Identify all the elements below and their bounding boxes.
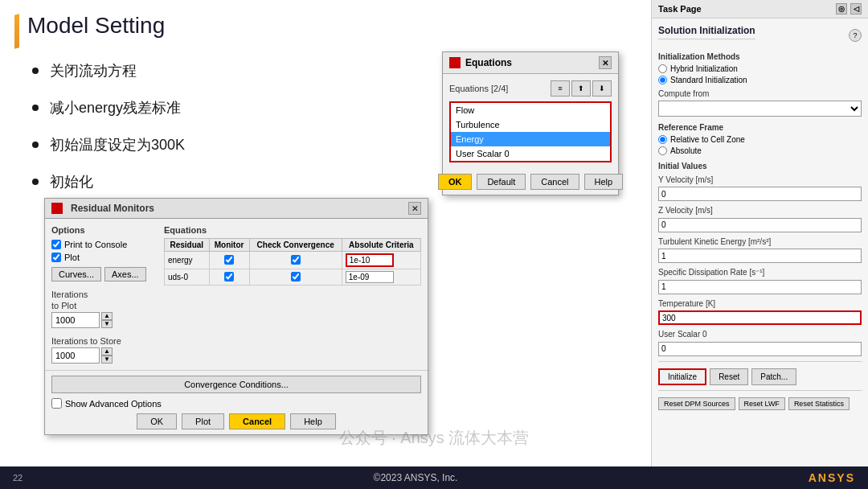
- absolute-radio[interactable]: [658, 146, 667, 155]
- iterations-to-store-input[interactable]: [51, 347, 100, 364]
- iterations-to-store-label: Iterations to Store: [51, 336, 156, 346]
- eq-toolbar-btn-1[interactable]: ≡: [551, 80, 570, 97]
- col-criteria: Absolute Criteria: [342, 239, 420, 252]
- iter-store-down[interactable]: ▼: [101, 355, 113, 364]
- residual-dialog-titlebar: Residual Monitors ✕: [45, 199, 428, 219]
- residual-plot-button[interactable]: Plot: [182, 413, 224, 429]
- task-divider: [658, 361, 862, 362]
- energy-monitor-checkbox[interactable]: [224, 255, 234, 265]
- plot-label: Plot: [64, 253, 80, 262]
- residual-dialog-icon: [51, 203, 63, 214]
- print-to-console-checkbox[interactable]: [51, 240, 61, 249]
- axes-button[interactable]: Axes...: [104, 267, 146, 281]
- bullet-text-2: 减小energy残差标准: [50, 98, 181, 117]
- bullet-2: 减小energy残差标准: [32, 98, 185, 117]
- iterations-to-plot-input[interactable]: [51, 312, 100, 328]
- bullet-4: 初始化: [32, 172, 185, 191]
- user-scalar-label: User Scalar 0: [658, 330, 862, 339]
- tke-input[interactable]: [658, 249, 862, 263]
- iter-to-plot-row: ▲ ▼: [51, 312, 156, 328]
- iter-plot-down[interactable]: ▼: [101, 320, 113, 328]
- standard-radio[interactable]: [658, 76, 667, 84]
- iter-store-up[interactable]: ▲: [101, 347, 113, 355]
- iter-plot-up[interactable]: ▲: [101, 312, 113, 320]
- eq-list-item-user-scalar[interactable]: User Scalar 0: [451, 146, 610, 161]
- residual-dialog-title: Residual Monitors: [71, 203, 154, 214]
- user-scalar-input[interactable]: [658, 342, 862, 356]
- task-page-controls: ◎ ◁: [836, 3, 862, 14]
- reset-statistics-button[interactable]: Reset Statistics: [788, 397, 850, 410]
- compute-from-select[interactable]: [658, 101, 862, 117]
- eq-toolbar-btn-2[interactable]: ⬆: [571, 80, 591, 97]
- iter-to-plot-spinner: ▲ ▼: [101, 312, 113, 328]
- eq-list-item-turbulence[interactable]: Turbulence: [451, 117, 610, 132]
- init-methods-label: Initialization Methods: [658, 52, 862, 61]
- reset-lwf-button[interactable]: Reset LWF: [739, 397, 785, 410]
- z-velocity-label: Z Velocity [m/s]: [658, 206, 862, 215]
- z-velocity-input[interactable]: [658, 218, 862, 232]
- task-page-title: Task Page: [658, 4, 702, 14]
- convergence-conditions-button[interactable]: Convergence Conditions...: [51, 376, 421, 393]
- task-page-collapse[interactable]: ◎: [836, 3, 847, 14]
- plot-checkbox[interactable]: [51, 253, 61, 262]
- residual-monitors-dialog: Residual Monitors ✕ Options Print to Con…: [44, 198, 428, 435]
- show-advanced-checkbox[interactable]: [51, 398, 62, 409]
- initialize-button[interactable]: Initialize: [658, 368, 706, 385]
- reset-dpm-sources-button[interactable]: Reset DPM Sources: [658, 397, 735, 410]
- page-title: Model Setting: [27, 13, 165, 39]
- bullet-3: 初始温度设定为300K: [32, 135, 185, 154]
- equations-panel: Equations Residual Monitor Check Converg…: [164, 225, 421, 364]
- sdr-input[interactable]: [658, 280, 862, 294]
- curves-axes-row: Curves... Axes...: [51, 267, 156, 281]
- residual-ok-button[interactable]: OK: [137, 413, 177, 429]
- equations-dialog-close[interactable]: ✕: [599, 56, 612, 69]
- iterations-to-plot-label: Iterations: [51, 290, 156, 299]
- task-page-pin[interactable]: ◁: [850, 3, 862, 14]
- residual-dialog-body: Options Print to Console Plot Curves... …: [45, 219, 428, 370]
- equations-cancel-button[interactable]: Cancel: [530, 174, 579, 190]
- residual-dialog-close[interactable]: ✕: [408, 202, 421, 215]
- eq-toolbar-btn-3[interactable]: ⬇: [592, 80, 612, 97]
- curves-button[interactable]: Curves...: [51, 267, 101, 281]
- patch-button[interactable]: Patch...: [751, 368, 796, 385]
- hybrid-radio[interactable]: [658, 64, 667, 73]
- eq-list-item-energy[interactable]: Energy: [451, 132, 610, 146]
- energy-check-checkbox[interactable]: [291, 255, 301, 265]
- task-page-header: Task Page ◎ ◁: [652, 0, 868, 18]
- bullet-dot-3: [32, 142, 39, 148]
- eq-list-item-flow[interactable]: Flow: [451, 103, 610, 117]
- footer: 22 ©2023 ANSYS, Inc. ANSYS: [0, 466, 868, 489]
- temperature-input[interactable]: [658, 310, 862, 325]
- energy-check: [249, 252, 342, 269]
- equations-dialog: Equations ✕ Equations [2/4] ≡ ⬆ ⬇ Flow T…: [442, 51, 619, 195]
- absolute-label: Absolute: [670, 146, 702, 155]
- compute-from-label: Compute from: [658, 89, 862, 98]
- equations-help-button[interactable]: Help: [584, 174, 624, 190]
- uds0-check-checkbox[interactable]: [291, 272, 301, 281]
- relative-radio[interactable]: [658, 135, 667, 144]
- uds0-monitor-checkbox[interactable]: [224, 272, 234, 281]
- sdr-label: Specific Dissipation Rate [s⁻¹]: [658, 268, 862, 277]
- y-velocity-input[interactable]: [658, 187, 862, 201]
- reset-button[interactable]: Reset: [710, 368, 748, 385]
- residual-cancel-button[interactable]: Cancel: [229, 413, 285, 429]
- col-monitor: Monitor: [209, 239, 249, 252]
- bullet-text-4: 初始化: [50, 172, 93, 191]
- plot-checkbox-row: Plot: [51, 253, 156, 262]
- bullet-1: 关闭流动方程: [32, 61, 185, 80]
- residual-help-button[interactable]: Help: [290, 413, 336, 429]
- equations-ok-button[interactable]: OK: [438, 174, 473, 190]
- equations-header-row: Equations [2/4] ≡ ⬆ ⬇: [449, 80, 612, 97]
- iter-to-store-row: ▲ ▼: [51, 347, 156, 364]
- uds0-criteria-input[interactable]: [346, 271, 394, 283]
- energy-criteria-input[interactable]: [346, 253, 394, 267]
- equations-default-button[interactable]: Default: [477, 174, 526, 190]
- relative-label: Relative to Cell Zone: [670, 135, 745, 144]
- print-to-console-label: Print to Console: [64, 240, 127, 249]
- standard-label: Standard Initialization: [670, 76, 747, 84]
- brand-logo: ANSYS: [809, 471, 855, 484]
- solution-init-title: Solution Initialization: [658, 25, 755, 39]
- uds0-criteria: [342, 269, 420, 286]
- task-help-button[interactable]: ?: [849, 29, 862, 42]
- equations-dialog-footer: OK Default Cancel Help: [443, 169, 618, 195]
